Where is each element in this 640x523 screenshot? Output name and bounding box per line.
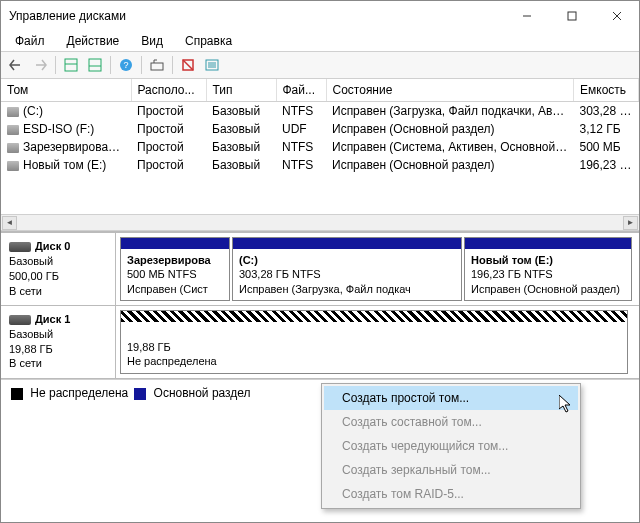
volume-name: ESD-ISO (F:) — [23, 122, 94, 136]
table-row[interactable]: Новый том (E:)ПростойБазовыйNTFSИсправен… — [1, 156, 639, 174]
volume-name: Новый том (E:) — [23, 158, 106, 172]
col-fs[interactable]: Фай... — [276, 79, 326, 102]
partition-primary[interactable]: Новый том (E:)196,23 ГБ NTFSИсправен (Ос… — [464, 237, 632, 301]
disk-row: Диск 1Базовый19,88 ГБВ сети19,88 ГБНе ра… — [1, 306, 639, 379]
col-type[interactable]: Тип — [206, 79, 276, 102]
view-bottom-button[interactable] — [84, 54, 106, 76]
menu-action[interactable]: Действие — [57, 32, 130, 50]
cell-status: Исправен (Система, Активен, Основной раз… — [326, 138, 574, 156]
disk-type: Базовый — [9, 254, 107, 269]
settings-button[interactable] — [146, 54, 168, 76]
menu-file[interactable]: Файл — [5, 32, 55, 50]
col-capacity[interactable]: Емкость — [574, 79, 639, 102]
disk-icon — [9, 242, 31, 252]
list-button[interactable] — [201, 54, 223, 76]
table-row[interactable]: (C:)ПростойБазовыйNTFSИсправен (Загрузка… — [1, 102, 639, 121]
partition-size: 303,28 ГБ NTFS — [239, 268, 321, 280]
col-status[interactable]: Состояние — [326, 79, 574, 102]
disk-title: Диск 1 — [35, 313, 70, 325]
view-top-button[interactable] — [60, 54, 82, 76]
titlebar: Управление дисками — [1, 1, 639, 31]
disk-icon — [9, 315, 31, 325]
forward-button[interactable] — [29, 54, 51, 76]
close-button[interactable] — [594, 1, 639, 31]
help-button[interactable]: ? — [115, 54, 137, 76]
partition-status: Исправен (Основной раздел) — [471, 283, 620, 295]
disk-title: Диск 0 — [35, 240, 70, 252]
ctx-create-striped-volume: Создать чередующийся том... — [324, 434, 578, 458]
cell-status: Исправен (Загрузка, Файл подкачки, Авари… — [326, 102, 574, 121]
cell-layout: Простой — [131, 156, 206, 174]
minimize-button[interactable] — [504, 1, 549, 31]
partition-unallocated[interactable]: 19,88 ГБНе распределена — [120, 310, 628, 374]
legend-unallocated-label: Не распределена — [30, 386, 128, 400]
table-row[interactable]: Зарезервировано...ПростойБазовыйNTFSИспр… — [1, 138, 639, 156]
disk-info[interactable]: Диск 1Базовый19,88 ГБВ сети — [1, 306, 116, 378]
partition-title: Новый том (E:) — [471, 254, 553, 266]
volume-name: (C:) — [23, 104, 43, 118]
volume-list: Том Располо... Тип Фай... Состояние Емко… — [1, 79, 639, 231]
cell-type: Базовый — [206, 120, 276, 138]
col-volume[interactable]: Том — [1, 79, 131, 102]
disk-size: 500,00 ГБ — [9, 269, 107, 284]
volume-icon — [7, 125, 19, 135]
svg-rect-10 — [151, 63, 163, 70]
cell-capacity: 500 МБ — [574, 138, 639, 156]
scroll-right-icon[interactable]: ► — [623, 216, 638, 230]
cell-volume: Новый том (E:) — [1, 156, 131, 174]
maximize-button[interactable] — [549, 1, 594, 31]
partition-size: 19,88 ГБ — [127, 341, 171, 353]
cell-capacity: 3,12 ГБ — [574, 120, 639, 138]
scroll-left-icon[interactable]: ◄ — [2, 216, 17, 230]
cell-volume: Зарезервировано... — [1, 138, 131, 156]
partition-stripe-icon — [121, 311, 627, 322]
table-row[interactable]: ESD-ISO (F:)ПростойБазовыйUDFИсправен (О… — [1, 120, 639, 138]
swatch-unallocated-icon — [11, 388, 23, 400]
svg-text:?: ? — [123, 60, 128, 70]
cell-fs: NTFS — [276, 138, 326, 156]
volume-name: Зарезервировано... — [23, 140, 131, 154]
svg-rect-6 — [89, 59, 101, 71]
disk-info[interactable]: Диск 0Базовый500,00 ГБВ сети — [1, 233, 116, 305]
disk-type: Базовый — [9, 327, 107, 342]
partition-label: 19,88 ГБНе распределена — [121, 322, 627, 373]
window-title: Управление дисками — [9, 9, 504, 23]
partition-label: Зарезервирова500 МБ NTFSИсправен (Сист — [121, 249, 229, 300]
volume-icon — [7, 107, 19, 117]
disk-map: Диск 0Базовый500,00 ГБВ сетиЗарезервиров… — [1, 231, 639, 379]
partition-label: (C:)303,28 ГБ NTFSИсправен (Загрузка, Фа… — [233, 249, 461, 300]
toolbar-sep — [110, 56, 111, 74]
partition-primary[interactable]: Зарезервирова500 МБ NTFSИсправен (Сист — [120, 237, 230, 301]
partition-label: Новый том (E:)196,23 ГБ NTFSИсправен (Ос… — [465, 249, 631, 300]
col-layout[interactable]: Располо... — [131, 79, 206, 102]
refresh-button[interactable] — [177, 54, 199, 76]
legend-primary-label: Основной раздел — [154, 386, 251, 400]
legend-primary: Основной раздел — [134, 386, 250, 400]
cell-type: Базовый — [206, 102, 276, 121]
swatch-primary-icon — [134, 388, 146, 400]
cell-fs: NTFS — [276, 156, 326, 174]
menu-help[interactable]: Справка — [175, 32, 242, 50]
table-blank — [1, 174, 639, 214]
partition-size: 196,23 ГБ NTFS — [471, 268, 553, 280]
cell-layout: Простой — [131, 102, 206, 121]
partition-status: Исправен (Загрузка, Файл подкач — [239, 283, 411, 295]
disk-row: Диск 0Базовый500,00 ГБВ сетиЗарезервиров… — [1, 233, 639, 306]
context-menu: Создать простой том... Создать составной… — [321, 383, 581, 509]
svg-rect-1 — [568, 12, 576, 20]
menu-view[interactable]: Вид — [131, 32, 173, 50]
partition-primary[interactable]: (C:)303,28 ГБ NTFSИсправен (Загрузка, Фа… — [232, 237, 462, 301]
partition-stripe-icon — [233, 238, 461, 249]
disk-size: 19,88 ГБ — [9, 342, 107, 357]
ctx-create-raid5-volume: Создать том RAID-5... — [324, 482, 578, 506]
partitions: Зарезервирова500 МБ NTFSИсправен (Сист(C… — [116, 233, 639, 305]
cell-layout: Простой — [131, 120, 206, 138]
back-button[interactable] — [5, 54, 27, 76]
partition-status: Не распределена — [127, 355, 217, 367]
ctx-create-simple-volume[interactable]: Создать простой том... — [324, 386, 578, 410]
horizontal-scrollbar[interactable]: ◄ ► — [1, 214, 639, 230]
toolbar: ? — [1, 51, 639, 79]
toolbar-sep — [172, 56, 173, 74]
cell-layout: Простой — [131, 138, 206, 156]
disk-state: В сети — [9, 356, 107, 371]
